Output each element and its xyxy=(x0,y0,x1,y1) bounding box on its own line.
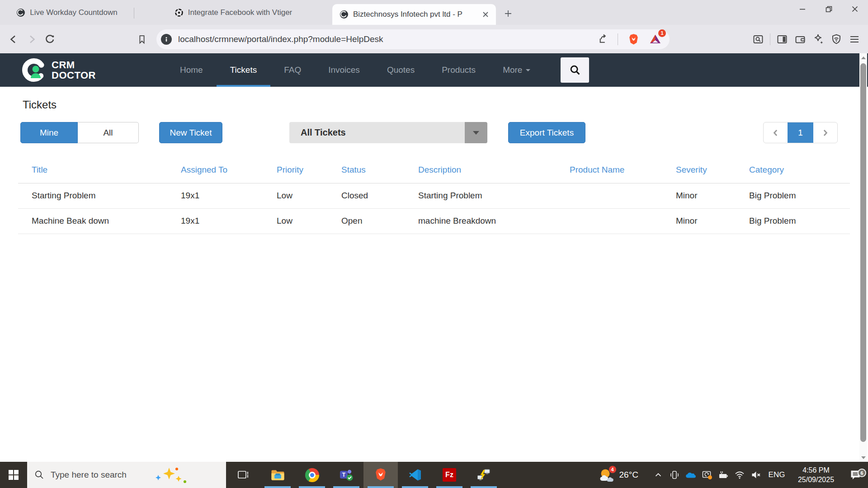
pagination-prev-button[interactable] xyxy=(764,122,788,143)
crm-doctor-logo[interactable]: CRM DOCTOR xyxy=(22,58,96,82)
url-text[interactable]: localhost/crmnew/portal/index.php?module… xyxy=(178,34,593,44)
task-view-button[interactable] xyxy=(226,462,260,488)
col-header-product-name[interactable]: Product Name xyxy=(556,157,662,183)
tray-wifi-button[interactable] xyxy=(731,462,748,488)
site-info-icon[interactable] xyxy=(161,34,172,45)
nav-search-button[interactable] xyxy=(561,57,589,83)
col-header-severity[interactable]: Severity xyxy=(662,157,736,183)
new-ticket-button[interactable]: New Ticket xyxy=(159,122,222,143)
scrollbar-down-arrow[interactable] xyxy=(859,454,867,461)
filezilla-icon: Fz xyxy=(443,468,456,482)
taskbar-chrome-button[interactable] xyxy=(295,462,329,488)
notification-center-button[interactable]: 6 xyxy=(843,469,868,481)
nav-item-home[interactable]: Home xyxy=(166,53,217,87)
address-bar[interactable]: localhost/crmnew/portal/index.php?module… xyxy=(156,29,670,49)
restore-button[interactable] xyxy=(816,0,842,18)
browser-toolbar: localhost/crmnew/portal/index.php?module… xyxy=(0,25,868,53)
forward-button[interactable] xyxy=(23,30,41,48)
taskbar-remote-network-button[interactable] xyxy=(467,462,501,488)
taskbar-teams-button[interactable]: T xyxy=(329,462,363,488)
ticket-filter-select[interactable]: All Tickets xyxy=(289,122,487,143)
network-computers-icon xyxy=(477,468,491,482)
taskbar-vscode-button[interactable] xyxy=(398,462,432,488)
onedrive-icon xyxy=(685,470,697,480)
mine-button[interactable]: Mine xyxy=(20,122,78,143)
teams-icon: T xyxy=(339,468,354,482)
browser-tab-active[interactable]: Biztechnosys Infotech pvt ltd - P xyxy=(332,4,496,25)
sidebar-toggle-icon[interactable] xyxy=(773,30,791,48)
tray-device-button[interactable] xyxy=(666,462,683,488)
cell-title: Starting Problem xyxy=(18,183,167,208)
cell-title: Machine Beak down xyxy=(18,208,167,234)
clock[interactable]: 4:56 PM 25/09/2025 xyxy=(789,465,843,484)
col-header-description[interactable]: Description xyxy=(405,157,556,183)
nav-item-faq[interactable]: FAQ xyxy=(270,53,315,87)
col-header-category[interactable]: Category xyxy=(736,157,850,183)
task-view-icon xyxy=(237,469,249,481)
share-icon[interactable] xyxy=(593,30,611,48)
nav-item-products[interactable]: Products xyxy=(428,53,489,87)
taskbar-search-box[interactable] xyxy=(27,462,226,488)
col-header-title[interactable]: Title xyxy=(18,157,167,183)
select-caret-box[interactable] xyxy=(465,122,487,143)
search-input[interactable] xyxy=(51,470,155,480)
tray-volume-button[interactable] xyxy=(748,462,764,488)
tab-close-icon[interactable] xyxy=(480,9,491,20)
scrollbar-thumb[interactable] xyxy=(860,63,866,442)
wallet-icon[interactable] xyxy=(791,30,809,48)
taskbar-file-explorer-button[interactable] xyxy=(260,462,295,488)
windows-logo-icon xyxy=(9,470,19,480)
col-header-priority[interactable]: Priority xyxy=(263,157,328,183)
tray-screen-share-button[interactable] xyxy=(699,462,715,488)
col-header-status[interactable]: Status xyxy=(328,157,405,183)
pagination-next-button[interactable] xyxy=(813,122,837,143)
site-favicon-icon xyxy=(16,8,25,17)
cell-priority: Low xyxy=(263,183,328,208)
tray-overflow-button[interactable] xyxy=(650,462,666,488)
scrollbar-up-arrow[interactable] xyxy=(859,54,867,61)
tray-onedrive-button[interactable] xyxy=(683,462,699,488)
file-explorer-icon xyxy=(271,469,285,481)
vpn-shield-icon[interactable] xyxy=(827,30,845,48)
start-button[interactable] xyxy=(0,462,27,488)
brave-shields-icon[interactable] xyxy=(624,30,642,48)
browser-tab-1[interactable]: Live Workday Countdown xyxy=(0,2,134,23)
language-indicator[interactable]: ENG xyxy=(764,470,789,479)
chrome-icon xyxy=(305,468,319,482)
brave-rewards-icon[interactable]: 1 xyxy=(646,30,664,48)
clock-date: 25/09/2025 xyxy=(789,475,843,484)
search-tabs-icon[interactable] xyxy=(749,30,767,48)
cell-product-name xyxy=(556,183,662,208)
page-scrollbar[interactable] xyxy=(859,53,867,462)
nav-item-more[interactable]: More xyxy=(489,53,544,87)
close-window-button[interactable] xyxy=(842,0,868,18)
col-header-assigned-to[interactable]: Assigned To xyxy=(167,157,263,183)
nav-item-quotes[interactable]: Quotes xyxy=(373,53,428,87)
taskbar-brave-button[interactable] xyxy=(363,462,398,488)
cell-severity: Minor xyxy=(662,208,736,234)
minimize-button[interactable] xyxy=(789,0,816,18)
divider xyxy=(770,33,770,45)
main-nav: Home Tickets FAQ Invoices Quotes Product… xyxy=(166,53,544,87)
menu-hamburger-icon[interactable] xyxy=(845,30,863,48)
pagination-current-page[interactable]: 1 xyxy=(788,122,813,143)
table-row[interactable]: Machine Beak down 19x1 Low Open machine … xyxy=(18,208,850,234)
all-button[interactable]: All xyxy=(78,122,139,143)
nav-item-invoices[interactable]: Invoices xyxy=(315,53,373,87)
nav-item-tickets[interactable]: Tickets xyxy=(217,53,270,87)
copilot-sparkles-icon xyxy=(153,466,188,484)
reload-button[interactable] xyxy=(41,30,59,48)
tab-title: Biztechnosys Infotech pvt ltd - P xyxy=(353,10,472,19)
new-tab-button[interactable] xyxy=(500,6,516,21)
taskbar-filezilla-button[interactable]: Fz xyxy=(432,462,467,488)
table-row[interactable]: Starting Problem 19x1 Low Closed Startin… xyxy=(18,183,850,208)
filter-selected-value: All Tickets xyxy=(289,127,465,138)
tray-battery-button[interactable] xyxy=(715,462,731,488)
leo-ai-icon[interactable] xyxy=(809,30,827,48)
back-button[interactable] xyxy=(5,30,23,48)
chevron-down-icon xyxy=(526,69,530,71)
weather-widget[interactable]: 4 26°C xyxy=(599,467,638,483)
export-tickets-button[interactable]: Export Tickets xyxy=(508,122,585,143)
browser-tab-2[interactable]: Integrate Facebook with Vtiger xyxy=(134,2,332,23)
bookmark-icon[interactable] xyxy=(133,30,151,48)
